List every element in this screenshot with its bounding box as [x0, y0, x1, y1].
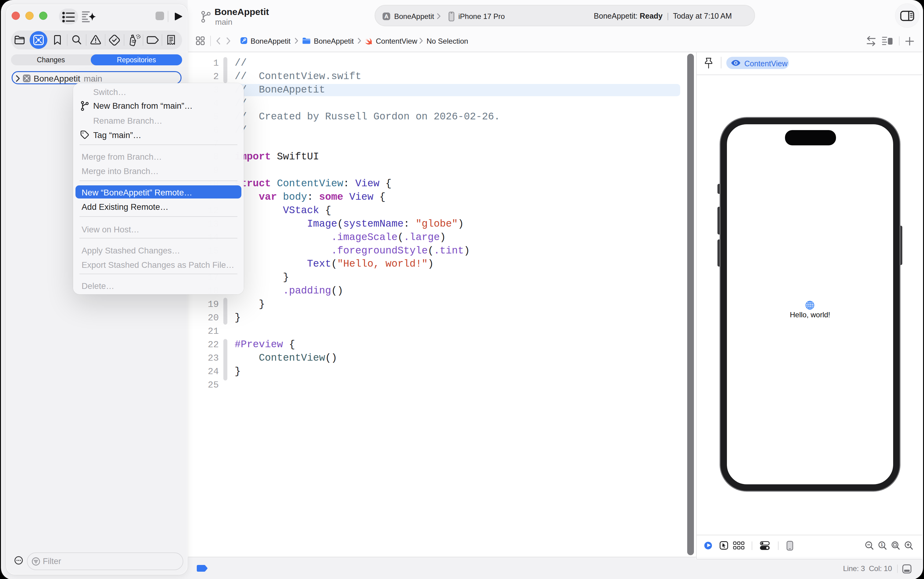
svg-text:1: 1	[881, 542, 883, 547]
